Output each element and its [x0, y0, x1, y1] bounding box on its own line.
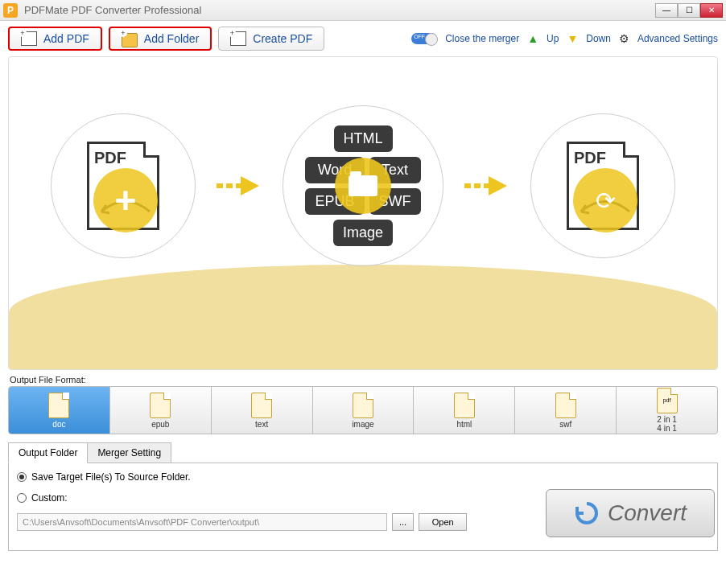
- arrow-right-icon: [215, 170, 263, 202]
- pdf-output-doc-icon: PDF ⟳: [567, 142, 639, 230]
- folder-open-icon: [335, 158, 391, 214]
- arrow-down-icon: ▼: [567, 32, 578, 45]
- gear-icon: ⚙: [619, 32, 629, 45]
- arrow-right-icon: [463, 170, 511, 202]
- settings-tabs: Output Folder Merger Setting: [8, 442, 718, 463]
- sync-icon: ⟳: [596, 187, 616, 215]
- close-button[interactable]: ✕: [700, 3, 723, 18]
- advanced-settings-label[interactable]: Advanced Settings: [637, 33, 718, 44]
- format-btn-swf[interactable]: swf: [515, 387, 617, 434]
- merger-toggle[interactable]: [411, 33, 437, 44]
- output-pdf-circle[interactable]: PDF ⟳: [530, 113, 675, 258]
- format-btn-label: html: [456, 420, 472, 429]
- add-pdf-circle[interactable]: PDF +: [51, 113, 196, 258]
- add-pdf-icon: [21, 31, 37, 46]
- convert-icon: [574, 500, 600, 526]
- formats-grid: HTML Word Text EPUB SWF Image: [305, 125, 420, 246]
- formats-circle[interactable]: HTML Word Text EPUB SWF Image: [283, 105, 443, 266]
- custom-label: Custom:: [31, 492, 68, 504]
- format-btn-epub[interactable]: epub: [110, 387, 212, 434]
- format-image: Image: [333, 220, 393, 246]
- output-format-label: Output File Format:: [0, 375, 726, 386]
- add-folder-button[interactable]: Add Folder: [109, 27, 212, 51]
- app-logo: P: [3, 3, 18, 18]
- format-html: HTML: [334, 125, 393, 152]
- plus-icon: +: [115, 179, 137, 222]
- canvas-area: PDF + HTML Word Text EPUB SWF Image: [8, 56, 718, 370]
- add-pdf-button[interactable]: Add PDF: [8, 27, 102, 51]
- maximize-button[interactable]: ☐: [678, 3, 700, 18]
- doc-icon: [150, 393, 171, 418]
- create-pdf-button[interactable]: Create PDF: [218, 27, 324, 51]
- radio-save-source[interactable]: [17, 472, 27, 482]
- format-btn-doc[interactable]: doc: [9, 387, 110, 434]
- add-folder-icon: [122, 33, 138, 47]
- formats-bar: docepubtextimagehtmlswfpdf2 in 1 4 in 1: [8, 386, 718, 434]
- doc-icon: [353, 393, 373, 418]
- add-folder-label: Add Folder: [144, 32, 199, 45]
- create-pdf-label: Create PDF: [253, 32, 312, 45]
- minimize-button[interactable]: —: [655, 3, 678, 18]
- doc-icon: [555, 393, 576, 418]
- create-pdf-icon: [230, 31, 246, 46]
- doc-icon: pdf: [657, 388, 678, 413]
- radio-custom[interactable]: [17, 493, 27, 503]
- format-btn-label: swf: [559, 420, 571, 429]
- format-btn-pdf21[interactable]: pdf2 in 1 4 in 1: [617, 387, 717, 434]
- tab-merger-setting[interactable]: Merger Setting: [88, 442, 171, 463]
- format-btn-html[interactable]: html: [414, 387, 515, 434]
- convert-button[interactable]: Convert: [546, 489, 715, 537]
- format-btn-text[interactable]: text: [212, 387, 313, 434]
- save-source-label: Save Target File(s) To Source Folder.: [31, 471, 191, 483]
- window-title: PDFMate PDF Converter Professional: [24, 4, 655, 16]
- doc-icon: [454, 393, 475, 418]
- toolbar: Add PDF Add Folder Create PDF Close the …: [0, 21, 726, 56]
- add-pdf-label: Add PDF: [43, 32, 89, 45]
- pdf-input-doc-icon: PDF +: [87, 142, 159, 230]
- format-btn-label: epub: [151, 420, 169, 429]
- format-btn-label: image: [352, 420, 373, 429]
- down-label[interactable]: Down: [586, 33, 611, 44]
- format-btn-label: 2 in 1 4 in 1: [657, 415, 676, 433]
- format-btn-image[interactable]: image: [313, 387, 415, 434]
- tab-output-folder[interactable]: Output Folder: [8, 442, 88, 463]
- output-path-input[interactable]: [17, 513, 387, 531]
- canvas-wave-bg: [9, 265, 717, 369]
- titlebar: P PDFMate PDF Converter Professional — ☐…: [0, 0, 726, 21]
- format-btn-label: text: [255, 420, 268, 429]
- up-label[interactable]: Up: [547, 33, 559, 44]
- doc-icon: [251, 393, 272, 418]
- close-merger-label[interactable]: Close the merger: [445, 33, 519, 44]
- convert-label: Convert: [608, 500, 687, 526]
- arrow-up-icon: ▲: [527, 32, 538, 45]
- open-button[interactable]: Open: [419, 513, 467, 531]
- format-btn-label: doc: [52, 420, 65, 429]
- doc-icon: [48, 393, 69, 418]
- browse-button[interactable]: ...: [392, 513, 414, 531]
